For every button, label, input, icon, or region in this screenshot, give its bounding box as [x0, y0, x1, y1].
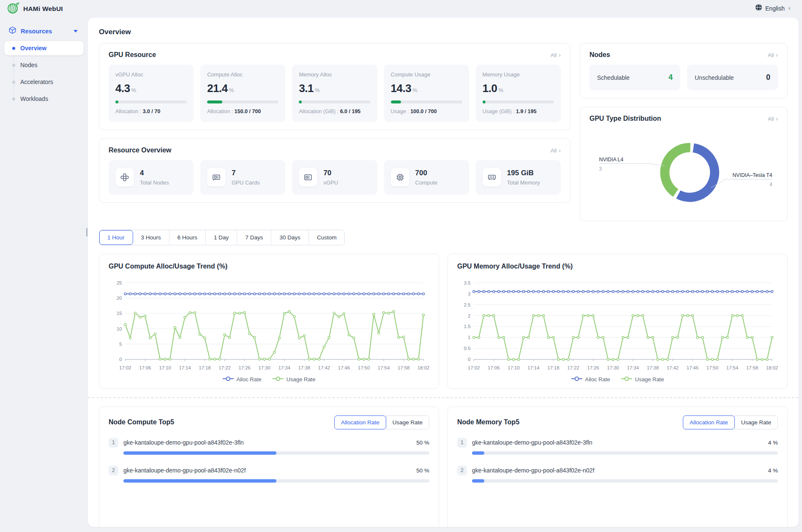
- chevron-right-icon: ›: [559, 52, 561, 58]
- node-stat-value: 4: [668, 73, 673, 82]
- svg-text:3: 3: [468, 291, 470, 296]
- svg-text:17:50: 17:50: [707, 365, 718, 370]
- resource-tile-label: GPU Cards: [232, 179, 259, 186]
- time-tab-1-hour[interactable]: 1 Hour: [99, 230, 133, 245]
- metric-progress-fill: [299, 100, 302, 103]
- rate-value: 50 %: [416, 440, 429, 446]
- legend-marker-icon: [273, 376, 284, 383]
- time-tab-1-day[interactable]: 1 Day: [206, 230, 237, 245]
- bullet-dot: [12, 47, 15, 50]
- legend-item-alloc-rate[interactable]: Alloc Rate: [571, 376, 610, 383]
- sidebar-item-overview[interactable]: Overview: [4, 41, 84, 55]
- rate-toggle-group: Allocation RateUsage Rate: [334, 415, 429, 429]
- chevron-right-icon: ›: [776, 52, 778, 58]
- sidebar-item-workloads[interactable]: Workloads: [4, 92, 84, 106]
- svg-text:17:34: 17:34: [627, 365, 639, 370]
- gpu-resource-card: GPU Resource All› vGPU Alloc4.3%Allocati…: [99, 43, 570, 130]
- metric-value: 21.4: [207, 82, 228, 95]
- chevron-right-icon: ›: [776, 115, 778, 122]
- compute-trend-chart: 051015202517:0217:0617:1017:1417:1817:22…: [109, 277, 429, 374]
- resource-tile-value: 7: [232, 169, 259, 177]
- gpu-type-distribution-card: GPU Type Distribution All› NVIDIA L43NVI…: [580, 107, 788, 221]
- time-tab-custom[interactable]: Custom: [309, 230, 345, 245]
- time-range-tabs: 1 Hour3 Hours6 Hours1 Day7 Days30 DaysCu…: [99, 230, 345, 245]
- svg-text:17:30: 17:30: [259, 365, 270, 370]
- toggle-usage-rate[interactable]: Usage Rate: [734, 415, 778, 429]
- metric-progress-fill: [207, 100, 222, 103]
- brand: HAMi WebUI: [0, 2, 63, 16]
- time-tab-3-hours[interactable]: 3 Hours: [133, 230, 169, 245]
- time-tab-7-days[interactable]: 7 Days: [237, 230, 271, 245]
- resource-tile-value: 195 GiB: [507, 169, 540, 177]
- metric-detail-label: Allocation :: [207, 109, 233, 114]
- time-tab-6-hours[interactable]: 6 Hours: [169, 230, 206, 245]
- svg-text:15: 15: [117, 311, 122, 316]
- rate-bar-fill: [123, 479, 276, 483]
- svg-text:2: 2: [468, 313, 470, 318]
- gpu-type-donut-chart: NVIDIA L43NVIDIA–Tesla T44: [589, 128, 778, 213]
- rank-badge: 2: [109, 466, 118, 475]
- svg-text:1.5: 1.5: [464, 324, 471, 329]
- language-selector[interactable]: English ∨: [755, 4, 791, 13]
- legend-item-usage-rate[interactable]: Usage Rate: [273, 376, 316, 383]
- svg-text:4: 4: [769, 182, 772, 187]
- resource-overview-all-link[interactable]: All›: [551, 147, 561, 154]
- metric-progress-fill: [115, 100, 118, 103]
- svg-text:17:14: 17:14: [179, 365, 191, 370]
- metric-progress-bar: [207, 100, 278, 103]
- svg-text:17:06: 17:06: [139, 365, 151, 370]
- toggle-allocation-rate[interactable]: Allocation Rate: [334, 415, 386, 429]
- metric-detail-label: Usage (GiB) :: [483, 109, 515, 114]
- gpu-resource-all-link[interactable]: All›: [551, 52, 561, 58]
- sidebar-item-accelerators[interactable]: Accelerators: [4, 75, 84, 89]
- globe-icon: [755, 4, 762, 13]
- toggle-usage-rate[interactable]: Usage Rate: [386, 415, 429, 429]
- compute-icon: [391, 168, 409, 187]
- svg-text:17:58: 17:58: [746, 365, 758, 370]
- metric-detail: Usage (GiB) : 1.9 / 195: [483, 109, 554, 114]
- memory-icon: [483, 168, 501, 187]
- metric-progress-bar: [299, 100, 370, 103]
- metric-detail-label: Allocation :: [115, 109, 141, 114]
- metric-label: vGPU Alloc: [115, 71, 187, 78]
- legend-item-usage-rate[interactable]: Usage Rate: [621, 376, 664, 383]
- resource-overview-card: Resource Overview All› 4Total Nodes7GPU …: [99, 138, 570, 203]
- legend-item-alloc-rate[interactable]: Alloc Rate: [223, 376, 262, 383]
- top5-row: 1gke-kantaloupe-demo-gpu-pool-a843f02e-3…: [109, 438, 429, 455]
- rate-bar: [123, 479, 429, 483]
- sidebar-item-label: Accelerators: [20, 79, 53, 85]
- svg-text:10: 10: [117, 326, 122, 331]
- svg-text:18:02: 18:02: [417, 365, 429, 370]
- svg-text:17:58: 17:58: [398, 365, 409, 370]
- svg-text:17:42: 17:42: [318, 365, 330, 370]
- nodes-all-link[interactable]: All›: [768, 52, 778, 58]
- node-name: gke-kantaloupe-demo-gpu-pool-a843f02e-3f…: [123, 439, 416, 446]
- metric-progress-bar: [115, 100, 187, 103]
- sidebar-section-resources[interactable]: Resources: [4, 23, 84, 39]
- gpu-type-title: GPU Type Distribution: [589, 115, 661, 122]
- sidebar-resize-handle[interactable]: [86, 228, 87, 236]
- metric-value: 3.1: [299, 82, 314, 95]
- metric-detail-label: Allocation (GiB) :: [299, 109, 338, 114]
- time-tab-30-days[interactable]: 30 Days: [271, 230, 309, 245]
- svg-text:17:26: 17:26: [239, 365, 251, 370]
- gpu-type-all-link[interactable]: All›: [768, 115, 778, 122]
- rate-toggle-group: Allocation RateUsage Rate: [683, 415, 778, 429]
- svg-text:17:22: 17:22: [219, 365, 231, 370]
- resource-tile-label: Total Nodes: [140, 179, 169, 186]
- sidebar-item-nodes[interactable]: Nodes: [4, 58, 84, 72]
- memory-trend-card: GPU Memory Alloc/Usage Trend (%) 00.511.…: [447, 254, 788, 389]
- node-stat-label: Unschedulable: [695, 74, 734, 81]
- legend-marker-icon: [223, 376, 234, 383]
- resource-tile-vgpu: 70vGPU: [292, 160, 377, 195]
- rate-bar-fill: [472, 479, 484, 483]
- top5-title: Node Memory Top5: [457, 418, 519, 426]
- gpu-metric-memory-usage: Memory Usage1.0%Usage (GiB) : 1.9 / 195: [476, 65, 561, 122]
- svg-text:0: 0: [119, 357, 122, 362]
- toggle-allocation-rate[interactable]: Allocation Rate: [683, 415, 735, 429]
- svg-text:18:02: 18:02: [766, 365, 778, 370]
- svg-text:17:02: 17:02: [119, 365, 131, 370]
- svg-text:17:46: 17:46: [338, 365, 350, 370]
- legend-label: Usage Rate: [635, 376, 664, 383]
- gpu-card-icon: [207, 168, 226, 187]
